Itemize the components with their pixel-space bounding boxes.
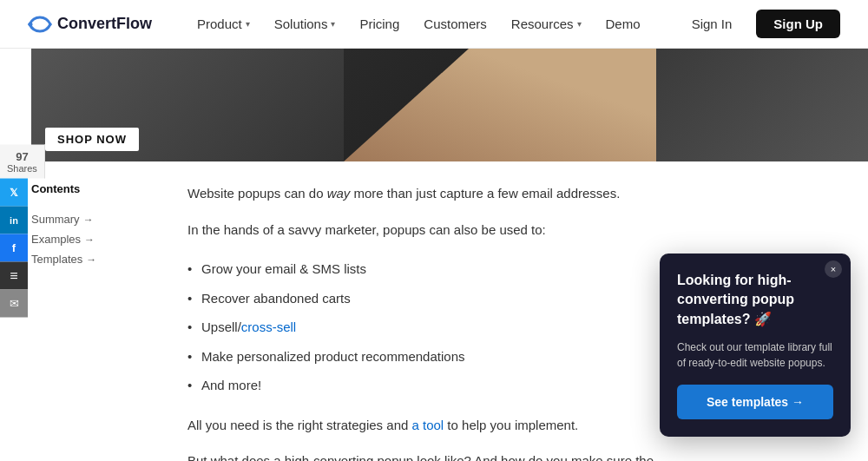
- chevron-down-icon: ▾: [577, 19, 582, 29]
- arrow-icon: →: [86, 254, 96, 266]
- email-share-button[interactable]: ✉: [0, 289, 28, 317]
- tool-link[interactable]: a tool: [412, 418, 444, 432]
- chevron-down-icon: ▾: [331, 19, 335, 29]
- article-list: Grow your email & SMS lists Recover aban…: [187, 254, 656, 400]
- nav-actions: Sign In Sign Up: [678, 10, 840, 38]
- logo[interactable]: ConvertFlow: [28, 15, 152, 33]
- article-para-3: All you need is the right strategies and…: [187, 414, 656, 437]
- nav-customers[interactable]: Customers: [413, 10, 497, 38]
- article-body: Website popups can do way more than just…: [187, 182, 674, 461]
- linkedin-icon: in: [10, 214, 18, 225]
- see-templates-button[interactable]: See templates →: [677, 385, 833, 419]
- article-para-2: In the hands of a savvy marketer, popups…: [187, 219, 656, 241]
- toc-item-templates[interactable]: Templates →: [31, 249, 167, 269]
- signup-button[interactable]: Sign Up: [756, 10, 840, 38]
- facebook-share-button[interactable]: f: [0, 234, 28, 261]
- chevron-down-icon: ▾: [246, 19, 250, 29]
- logo-icon: [28, 16, 52, 33]
- toc-sidebar: Contents Summary → Examples → Templates …: [31, 182, 187, 461]
- buffer-share-button[interactable]: ≡: [0, 261, 28, 289]
- nav-product[interactable]: Product ▾: [187, 10, 260, 38]
- popup-title: Looking for high-converting popup templa…: [677, 271, 833, 329]
- list-item: Recover abandoned carts: [187, 284, 656, 313]
- arrow-icon: →: [84, 234, 95, 246]
- list-item: Grow your email & SMS lists: [187, 254, 656, 284]
- article-para-1: Website popups can do way more than just…: [187, 182, 656, 205]
- facebook-icon: f: [12, 241, 16, 254]
- logo-text: ConvertFlow: [57, 15, 152, 33]
- toc-title: Contents: [31, 182, 167, 195]
- navbar: ConvertFlow Product ▾ Solutions ▾ Pricin…: [0, 0, 868, 49]
- popup-widget: × Looking for high-converting popup temp…: [660, 254, 851, 437]
- svg-point-0: [29, 22, 33, 26]
- buffer-icon: ≡: [10, 267, 17, 283]
- share-count: 97 Shares: [0, 144, 45, 178]
- nav-pricing[interactable]: Pricing: [349, 10, 410, 38]
- nav-solutions[interactable]: Solutions ▾: [264, 10, 346, 38]
- signin-button[interactable]: Sign In: [678, 10, 746, 38]
- article-para-4: But what does a high-converting popup lo…: [187, 450, 656, 461]
- popup-description: Check out our template library full of r…: [677, 339, 833, 371]
- nav-demo[interactable]: Demo: [595, 10, 651, 38]
- linkedin-share-button[interactable]: in: [0, 206, 28, 234]
- list-item: And more!: [187, 371, 656, 400]
- cross-sell-link[interactable]: cross-sell: [241, 319, 296, 334]
- hero-image-right: [656, 49, 868, 161]
- popup-close-button[interactable]: ×: [825, 260, 842, 278]
- hero-image-center: [344, 49, 656, 161]
- list-item: Make personalized product recommendation…: [187, 342, 656, 372]
- nav-links: Product ▾ Solutions ▾ Pricing Customers …: [187, 10, 678, 38]
- shop-now-label: SHOP NOW: [45, 128, 139, 151]
- list-item: Upsell/cross-sell: [187, 313, 656, 342]
- nav-resources[interactable]: Resources ▾: [501, 10, 592, 38]
- email-icon: ✉: [10, 297, 19, 310]
- hero-image-left: SHOP NOW: [31, 49, 344, 161]
- social-sidebar: 97 Shares 𝕏 in f ≡ ✉: [0, 144, 45, 317]
- italic-way: way: [327, 186, 351, 201]
- hero-image-area: SHOP NOW: [31, 49, 868, 161]
- hero-arm-graphic: [344, 49, 656, 161]
- toc-item-summary[interactable]: Summary →: [31, 209, 167, 229]
- twitter-icon: 𝕏: [10, 186, 18, 198]
- toc-item-examples[interactable]: Examples →: [31, 229, 167, 249]
- twitter-share-button[interactable]: 𝕏: [0, 178, 28, 206]
- arrow-icon: →: [83, 214, 94, 226]
